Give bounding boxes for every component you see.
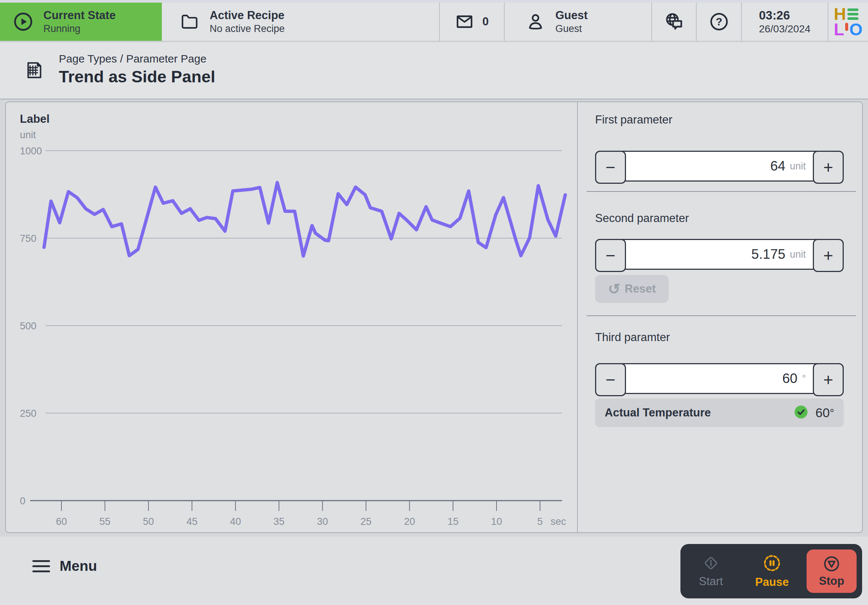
user-title: Guest <box>555 8 588 23</box>
logo-letter-l: L <box>834 22 844 37</box>
stop-label: Stop <box>819 574 845 588</box>
page-header: Page Types / Parameter Page Trend as Sid… <box>0 42 868 100</box>
svg-text:15: 15 <box>448 516 459 527</box>
second-parameter-input[interactable]: 5.175 unit <box>629 240 806 269</box>
active-recipe-button[interactable]: Active Recipe No active Recipe <box>162 3 439 41</box>
parameter-page-icon <box>24 60 45 82</box>
second-parameter-value: 5.175 <box>752 247 786 262</box>
svg-text:55: 55 <box>99 516 110 527</box>
trend-chart-svg: Labelunit1000750500250060555045403530252… <box>6 102 577 532</box>
reset-icon: ↺ <box>608 282 620 296</box>
second-parameter-label: Second parameter <box>595 212 689 225</box>
svg-text:500: 500 <box>20 320 36 331</box>
menu-button[interactable]: Menu <box>33 558 97 574</box>
svg-text:Label: Label <box>20 113 50 125</box>
footer-bar: Menu Start Pause Stop <box>0 537 868 605</box>
svg-text:30: 30 <box>317 516 328 527</box>
hamburger-icon <box>33 560 50 572</box>
logo-letter-o: O <box>849 22 862 37</box>
reset-button[interactable]: ↺ Reset <box>595 275 669 303</box>
help-button[interactable]: ? <box>696 3 741 41</box>
current-state-value: Running <box>43 23 115 35</box>
mail-icon <box>455 12 474 31</box>
second-parameter-stepper: − 5.175 unit + <box>595 239 844 270</box>
start-label: Start <box>699 575 723 588</box>
user-icon <box>525 11 546 32</box>
parameter-side-panel: First parameter − 64 unit + Second param… <box>577 102 862 532</box>
svg-text:1000: 1000 <box>20 145 42 156</box>
play-circle-icon <box>12 11 34 32</box>
third-parameter-input[interactable]: 60 ° <box>629 364 806 393</box>
section-divider <box>587 191 856 192</box>
first-parameter-increment-button[interactable]: + <box>813 151 844 184</box>
language-button[interactable] <box>651 3 696 41</box>
third-parameter-stepper: − 60 ° + <box>595 363 844 394</box>
messages-count: 0 <box>482 15 488 28</box>
logo-letter-e-bars <box>848 8 859 20</box>
pause-button[interactable]: Pause <box>741 554 803 589</box>
main-panel: Labelunit1000750500250060555045403530252… <box>5 101 863 533</box>
top-strip <box>0 0 868 3</box>
svg-text:45: 45 <box>186 516 197 527</box>
time-value: 03:26 <box>759 8 810 23</box>
third-parameter-decrement-button[interactable]: − <box>595 363 626 396</box>
first-parameter-decrement-button[interactable]: − <box>595 151 626 184</box>
first-parameter-input[interactable]: 64 unit <box>629 152 806 181</box>
second-parameter-increment-button[interactable]: + <box>813 239 844 272</box>
third-parameter-label: Third paramter <box>595 331 670 344</box>
first-parameter-unit: unit <box>790 161 806 172</box>
reset-label: Reset <box>625 282 656 296</box>
first-parameter-label: First parameter <box>595 113 672 127</box>
actual-temperature-value: 60 <box>815 405 830 420</box>
menu-label: Menu <box>60 558 97 574</box>
svg-text:750: 750 <box>20 233 36 244</box>
start-icon <box>702 554 720 573</box>
svg-text:250: 250 <box>20 408 36 419</box>
help-icon: ? <box>709 11 729 32</box>
user-role: Guest <box>555 23 588 35</box>
pause-icon <box>763 554 781 574</box>
messages-button[interactable]: 0 <box>439 3 504 41</box>
third-parameter-increment-button[interactable]: + <box>813 363 844 396</box>
svg-text:5: 5 <box>537 516 543 527</box>
trend-chart: Labelunit1000750500250060555045403530252… <box>6 102 577 532</box>
svg-text:unit: unit <box>20 129 36 141</box>
svg-text:10: 10 <box>491 516 502 527</box>
svg-text:50: 50 <box>143 516 154 527</box>
globe-chat-icon <box>663 11 685 32</box>
folder-icon <box>180 11 200 32</box>
third-parameter-unit: ° <box>802 373 806 384</box>
svg-text:?: ? <box>716 16 722 28</box>
second-parameter-decrement-button[interactable]: − <box>595 239 626 272</box>
first-parameter-value: 64 <box>770 158 785 174</box>
machine-control-bar: Start Pause Stop <box>680 544 862 598</box>
section-divider <box>587 316 856 316</box>
svg-text:25: 25 <box>360 516 372 527</box>
user-button[interactable]: Guest Guest <box>504 3 651 41</box>
svg-text:sec: sec <box>550 516 566 527</box>
stop-button[interactable]: Stop <box>807 549 857 593</box>
logo-letter-h: H <box>834 7 846 21</box>
pause-label: Pause <box>755 576 789 589</box>
svg-text:20: 20 <box>404 516 415 527</box>
first-parameter-stepper: − 64 unit + <box>595 151 844 181</box>
svg-text:35: 35 <box>273 516 284 527</box>
svg-text:60: 60 <box>56 516 67 527</box>
logo-accent <box>845 23 848 31</box>
hmi-screen: Current State Running Active Recipe No a… <box>0 0 868 605</box>
check-circle-icon <box>794 404 809 421</box>
actual-temperature-row: Actual Temperature 60 ° <box>595 398 844 427</box>
svg-text:40: 40 <box>230 516 241 527</box>
third-parameter-value: 60 <box>782 371 797 386</box>
active-recipe-title: Active Recipe <box>210 8 285 23</box>
breadcrumb[interactable]: Page Types / Parameter Page <box>59 53 206 65</box>
svg-text:0: 0 <box>20 495 25 506</box>
clock: 03:26 26/03/2024 <box>741 3 828 41</box>
start-button[interactable]: Start <box>680 554 741 588</box>
header-bar: Current State Running Active Recipe No a… <box>0 3 868 42</box>
page-title: Trend as Side Panel <box>59 67 215 87</box>
stop-icon <box>823 555 840 574</box>
current-state-button[interactable]: Current State Running <box>0 3 162 41</box>
date-value: 26/03/2024 <box>759 22 810 35</box>
active-recipe-value: No active Recipe <box>210 23 285 35</box>
